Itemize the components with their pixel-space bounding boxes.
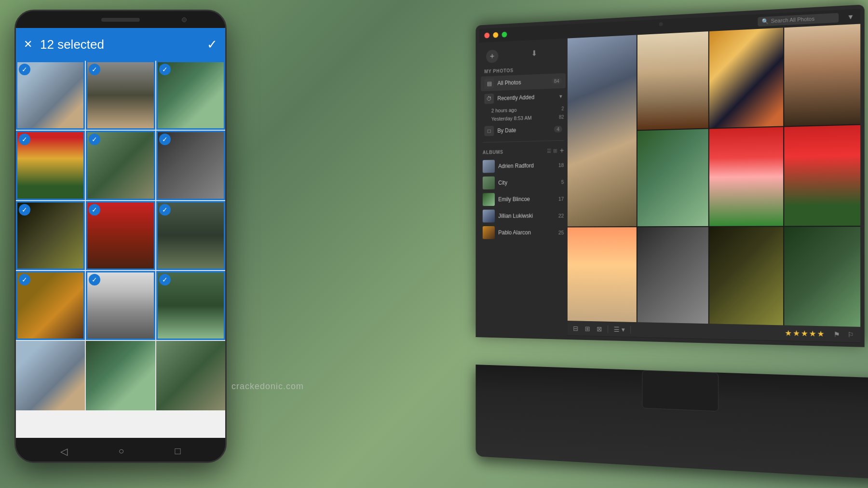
search-icon: 🔍 [762, 18, 769, 25]
view-small-button[interactable]: ⊠ [595, 324, 604, 334]
home-nav-button[interactable]: ○ [118, 446, 124, 457]
filter-icon[interactable]: ▼ [847, 13, 854, 21]
all-photos-label: All Photos [497, 78, 547, 87]
album-item-jillian[interactable]: Jillian Lukiwski 22 [479, 207, 568, 225]
albums-section-label: ALBUMS [483, 149, 547, 155]
by-date-label: By Date [497, 126, 550, 134]
mosaic-photo-6[interactable] [709, 127, 783, 226]
sort-button[interactable]: ☰ ▾ [612, 324, 627, 334]
star-2[interactable]: ★ [793, 328, 800, 338]
sidebar-item-recently-added[interactable]: ⏱ Recently Added ▾ [481, 89, 566, 107]
album-item-adrien[interactable]: Adrien Radford 18 [479, 157, 568, 175]
recently-added-expand[interactable]: ▾ [559, 93, 562, 100]
album-item-city[interactable]: City 5 [479, 174, 568, 191]
star-rating[interactable]: ★ ★ ★ ★ ★ [785, 328, 824, 339]
photo-cell-11[interactable]: ✓ [86, 271, 155, 340]
laptop-device: 🔍 Search All Photos ▼ + ⬇ MY PHOTOS ▤ [475, 2, 868, 471]
mosaic-photo-9[interactable] [637, 227, 708, 324]
mosaic-photo-5[interactable] [637, 129, 708, 226]
photo-cell-3[interactable]: ✓ [156, 61, 225, 130]
mosaic-photo-10[interactable] [709, 227, 783, 325]
photo-cell-15[interactable] [156, 341, 225, 410]
albums-header: ALBUMS ☰ ⊞ + [479, 144, 568, 158]
sidebar-item-by-date[interactable]: □ By Date 4 [481, 122, 566, 139]
album-item-emily[interactable]: Emily Blincoe 17 [479, 190, 568, 208]
photo-cell-5[interactable]: ✓ [86, 131, 155, 200]
view-medium-button[interactable]: ⊞ [583, 324, 592, 333]
photo-cell-8[interactable]: ✓ [86, 201, 155, 270]
album-name-emily: Emily Blincoe [498, 196, 555, 203]
yesterday-label: Yesterday 8:53 AM [491, 114, 556, 122]
star-4[interactable]: ★ [809, 329, 816, 339]
close-button[interactable]: ✕ [24, 38, 32, 51]
mosaic-photo-8[interactable] [568, 227, 636, 322]
new-album-button[interactable]: + [486, 50, 498, 63]
sidebar: + ⬇ MY PHOTOS ▤ All Photos 84 ⏱ Recently… [479, 39, 568, 336]
album-thumb-pablo [483, 226, 495, 239]
minimize-dot[interactable] [493, 32, 498, 38]
mosaic-photo-4[interactable] [784, 24, 860, 126]
phone-camera [182, 17, 187, 22]
search-bar[interactable]: 🔍 Search All Photos [758, 13, 839, 26]
close-dot[interactable] [484, 32, 489, 38]
maximize-dot[interactable] [502, 32, 507, 38]
album-count-jillian: 22 [558, 213, 564, 218]
app-header: ✕ 12 selected ✓ [16, 28, 225, 61]
back-nav-button[interactable]: ◁ [60, 446, 68, 457]
check-badge-9: ✓ [159, 204, 171, 216]
add-album-button[interactable]: + [560, 146, 564, 155]
confirm-button[interactable]: ✓ [207, 37, 217, 52]
mosaic-photo-1[interactable] [568, 35, 636, 226]
star-5[interactable]: ★ [817, 329, 824, 339]
list-view-button[interactable]: ☰ [547, 148, 551, 154]
laptop-screen-bezel: 🔍 Search All Photos ▼ + ⬇ MY PHOTOS ▤ [475, 4, 864, 347]
phone-photo-grid: ✓ ✓ ✓ ✓ [16, 61, 225, 410]
mosaic-photo-7[interactable] [784, 125, 860, 226]
album-count-pablo: 25 [558, 230, 564, 235]
import-button[interactable]: ⬇ [528, 46, 540, 60]
check-badge-12: ✓ [159, 274, 171, 285]
photo-cell-1[interactable]: ✓ [16, 61, 85, 130]
album-name-city: City [498, 179, 557, 186]
phone-bottom-bar: ◁ ○ □ [16, 438, 225, 463]
sidebar-divider [483, 140, 564, 143]
photo-cell-2[interactable]: ✓ [86, 61, 155, 130]
photo-cell-9[interactable]: ✓ [156, 201, 225, 270]
photo-cell-7[interactable]: ✓ [16, 201, 85, 270]
phone-top-bar [16, 11, 225, 28]
view-large-button[interactable]: ⊟ [571, 324, 580, 333]
check-badge-3: ✓ [159, 64, 171, 75]
star-3[interactable]: ★ [801, 328, 808, 338]
mosaic-photo-11[interactable] [784, 227, 860, 327]
mosaic-photo-3[interactable] [709, 27, 783, 128]
trackpad[interactable] [642, 370, 719, 411]
photo-cell-13[interactable] [16, 341, 85, 410]
album-item-pablo[interactable]: Pablo Alarcon 25 [479, 224, 568, 241]
star-1[interactable]: ★ [785, 328, 792, 338]
yesterday-count: 82 [559, 114, 564, 120]
album-thumb-emily [483, 193, 495, 206]
app-body: + ⬇ MY PHOTOS ▤ All Photos 84 ⏱ Recently… [479, 24, 861, 343]
grid-view-button[interactable]: ⊞ [553, 148, 557, 154]
photo-cell-14[interactable] [86, 341, 155, 410]
sidebar-item-all-photos[interactable]: ▤ All Photos 84 [481, 73, 566, 92]
photo-cell-12[interactable]: ✓ [156, 271, 225, 340]
recent-apps-button[interactable]: □ [175, 446, 180, 457]
toolbar-separator-2 [630, 325, 631, 333]
flag-button-1[interactable]: ⚑ [831, 329, 842, 339]
album-count-emily: 17 [558, 196, 564, 202]
photo-cell-6[interactable]: ✓ [156, 131, 225, 200]
photo-cell-10[interactable]: ✓ [16, 271, 85, 340]
mosaic-photo-2[interactable] [637, 31, 708, 130]
flag-button-2[interactable]: ⚐ [845, 329, 856, 339]
album-name-pablo: Pablo Alarcon [498, 229, 555, 236]
photo-cell-4[interactable]: ✓ [16, 131, 85, 200]
album-count-adrien: 18 [558, 162, 564, 168]
phone-device: ✕ 12 selected ✓ ✓ ✓ [14, 10, 236, 477]
recently-added-icon: ⏱ [484, 94, 494, 104]
recently-added-label: Recently Added [497, 93, 556, 102]
selection-count-label: 12 selected [40, 37, 199, 52]
by-date-icon: □ [484, 126, 494, 136]
all-photos-count: 84 [551, 78, 562, 84]
laptop-screen: 🔍 Search All Photos ▼ + ⬇ MY PHOTOS ▤ [479, 9, 861, 343]
